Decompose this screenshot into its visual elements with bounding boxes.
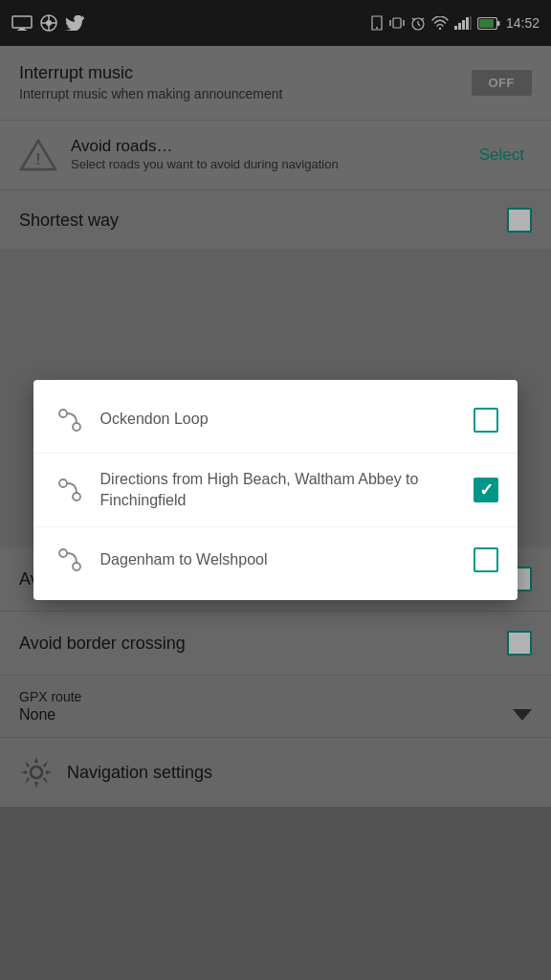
modal-item-0[interactable]: Ockendon Loop <box>33 388 518 454</box>
modal-item-label-1: Directions from High Beach, Waltham Abbe… <box>100 469 474 512</box>
main-content: Interrupt music Interrupt music when mak… <box>0 46 551 807</box>
svg-point-30 <box>73 423 80 431</box>
route-svg-0 <box>55 406 84 434</box>
route-svg-1 <box>55 476 84 504</box>
svg-point-31 <box>59 479 67 487</box>
modal-overlay: Ockendon Loop Directions from High Beach… <box>0 0 551 980</box>
modal-item-checkbox-0[interactable] <box>474 408 498 433</box>
route-icon-1 <box>53 473 87 507</box>
modal-item-label-2: Dagenham to Welshpool <box>100 549 474 570</box>
route-icon-2 <box>53 543 87 577</box>
modal-item-checkbox-1[interactable] <box>474 478 498 502</box>
route-icon-0 <box>53 403 87 437</box>
svg-point-33 <box>59 549 67 557</box>
svg-point-29 <box>59 410 67 417</box>
svg-point-34 <box>73 563 80 570</box>
route-svg-2 <box>55 546 84 574</box>
modal-item-label-0: Ockendon Loop <box>100 409 474 430</box>
modal-item-2[interactable]: Dagenham to Welshpool <box>33 527 518 592</box>
route-selection-modal: Ockendon Loop Directions from High Beach… <box>33 380 518 601</box>
svg-point-32 <box>73 493 80 501</box>
modal-item-1[interactable]: Directions from High Beach, Waltham Abbe… <box>33 454 518 528</box>
modal-item-checkbox-2[interactable] <box>474 547 498 572</box>
